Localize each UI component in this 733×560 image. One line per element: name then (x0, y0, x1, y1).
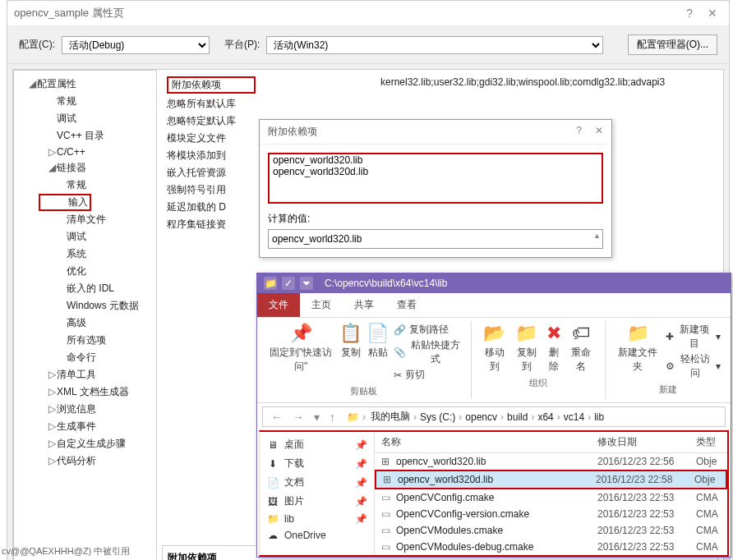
explorer-title-bar[interactable]: 📁 ✓ ⏷ C:\opencv\build\x64\vc14\lib (257, 273, 731, 293)
tree-item[interactable]: 嵌入的 IDL (39, 280, 153, 297)
nav-up-icon[interactable]: ↑ (326, 411, 339, 424)
file-row[interactable]: ▭OpenCVConfig-version.cmake2016/12/23 22… (375, 506, 727, 522)
cut-button[interactable]: ✂剪切 (394, 368, 425, 382)
breadcrumb-crumb[interactable]: build (505, 411, 529, 423)
help-icon[interactable]: ? (686, 7, 693, 20)
tree-item[interactable]: 常规 (39, 93, 153, 110)
pin-button[interactable]: 📌固定到"快速访问" (267, 323, 334, 374)
dialog-help-icon[interactable]: ? (576, 125, 582, 139)
config-row: 配置(C): 活动(Debug) 平台(P): 活动(Win32) 配置管理器(… (7, 26, 729, 64)
tree-item-selected[interactable]: 输入 (39, 194, 91, 211)
window-controls: ? ✕ (686, 7, 722, 20)
overflow-icon[interactable]: ⏷ (300, 277, 313, 290)
tree-item[interactable]: ▷浏览信息 (39, 401, 153, 418)
tree-item[interactable]: 命令行 (39, 349, 153, 366)
nav-back-icon[interactable]: ← (268, 411, 286, 424)
dialog-title-bar: 附加依赖项 ? ✕ (260, 120, 611, 145)
title-bar: opencv_sample 属性页 ? ✕ (7, 1, 729, 26)
paste-button[interactable]: 📄粘贴 (366, 323, 389, 360)
tree-item[interactable]: 系统 (39, 246, 153, 263)
additional-deps-dialog: 附加依赖项 ? ✕ opencv_world320.lib opencv_wor… (259, 119, 612, 258)
file-list: 名称 修改日期 类型 ⊞opencv_world320.lib2016/12/2… (375, 432, 727, 555)
delete-button[interactable]: ✖删除 (545, 323, 563, 374)
tree-item[interactable]: ▷代码分析 (39, 452, 153, 470)
scroll-up-icon[interactable]: ▲ (593, 232, 601, 240)
moveto-button[interactable]: 📂移动到 (482, 323, 509, 374)
breadcrumb-crumb[interactable]: vc14 (562, 411, 586, 423)
breadcrumb-crumb[interactable]: x64 (536, 411, 555, 423)
file-row[interactable]: ⊞opencv_world320.lib2016/12/23 22:56Obje (375, 453, 727, 470)
ribbon-group-organize: 📂移动到 📁复制到 ✖删除 🏷重命名 组织 (472, 321, 606, 399)
rename-button[interactable]: 🏷重命名 (568, 323, 595, 374)
explorer-menu: 文件主页共享查看 (257, 293, 731, 318)
file-row[interactable]: ⊞opencv_world320d.lib2016/12/23 22:58Obj… (375, 470, 727, 489)
window-title: opencv_sample 属性页 (14, 6, 124, 21)
menu-item-查看[interactable]: 查看 (385, 293, 428, 317)
easy-access-button[interactable]: ⚙轻松访问 ▾ (666, 352, 721, 380)
tree-item[interactable]: 调试 (39, 228, 153, 246)
tree-item[interactable]: VC++ 目录 (39, 127, 153, 145)
tree-item[interactable]: 清单文件 (39, 211, 153, 228)
tree-item[interactable]: ▷清单工具 (39, 366, 153, 383)
tree-item[interactable]: 优化 (39, 263, 153, 280)
tree-root[interactable]: ◢配置属性 (29, 76, 153, 93)
explorer-body: 🖥桌面📌⬇下载📌📄文档📌🖼图片📌📁lib📌☁OneDrive 名称 修改日期 类… (259, 430, 729, 557)
menu-item-主页[interactable]: 主页 (300, 293, 343, 317)
breadcrumb-crumb[interactable]: opencv (463, 411, 499, 423)
new-item-button[interactable]: ✚新建项目 ▾ (666, 323, 721, 351)
file-explorer-window: 📁 ✓ ⏷ C:\opencv\build\x64\vc14\lib 文件主页共… (256, 273, 731, 558)
sidebar-item[interactable]: ☁OneDrive (265, 527, 369, 544)
copy-button[interactable]: 📋复制 (339, 323, 362, 360)
breadcrumb-crumb[interactable]: Sys (C:) (418, 411, 457, 423)
copy-path-button[interactable]: 🔗复制路径 (394, 323, 449, 337)
file-row[interactable]: ▭OpenCVModules-debug.cmake2016/12/23 22:… (375, 539, 727, 555)
folder-icon: 📁 (347, 411, 359, 423)
menu-item-文件[interactable]: 文件 (257, 293, 300, 317)
file-list-header[interactable]: 名称 修改日期 类型 (375, 432, 727, 453)
dialog-close-icon[interactable]: ✕ (595, 125, 603, 139)
explorer-path: C:\opencv\build\x64\vc14\lib (325, 278, 447, 289)
config-label: 配置(C): (19, 38, 55, 52)
config-manager-button[interactable]: 配置管理器(O)... (628, 34, 717, 55)
file-row[interactable]: ▭OpenCVModules.cmake2016/12/23 22:53CMA (375, 522, 727, 539)
sidebar-item[interactable]: 📄文档📌 (265, 473, 369, 492)
sidebar-item[interactable]: 🖼图片📌 (265, 492, 369, 511)
property-row[interactable]: 忽略所有默认库 (162, 95, 718, 112)
sidebar-item[interactable]: 🖥桌面📌 (265, 435, 369, 454)
close-icon[interactable]: ✕ (708, 7, 717, 20)
tree-item[interactable]: 所有选项 (39, 332, 153, 349)
breadcrumb-crumb[interactable]: lib (592, 411, 606, 423)
tree-item[interactable]: ▷生成事件 (39, 418, 153, 435)
tree-item[interactable]: 调试 (39, 110, 153, 127)
platform-label: 平台(P): (224, 38, 260, 52)
menu-item-共享[interactable]: 共享 (343, 293, 385, 317)
property-row[interactable]: 附加依赖项kernel32.lib;user32.lib;gdi32.lib;w… (162, 75, 718, 95)
sidebar-item[interactable]: 📁lib📌 (265, 511, 369, 527)
config-select[interactable]: 活动(Debug) (62, 36, 210, 54)
tree-item[interactable]: Windows 元数据 (39, 297, 153, 314)
deps-textbox[interactable]: opencv_world320.lib opencv_world320d.lib (268, 153, 603, 204)
paste-shortcut-button[interactable]: 📎粘贴快捷方式 (394, 338, 460, 366)
sidebar-item[interactable]: ⬇下载📌 (265, 454, 369, 473)
checked-folder-icon[interactable]: ✓ (282, 277, 295, 290)
tree-item[interactable]: ▷C/C++ (39, 145, 153, 159)
tree-item[interactable]: ▷XML 文档生成器 (39, 383, 153, 401)
explorer-sidebar: 🖥桌面📌⬇下载📌📄文档📌🖼图片📌📁lib📌☁OneDrive (260, 432, 375, 555)
folder-icon[interactable]: 📁 (264, 277, 277, 290)
ribbon-group-clipboard: 📌固定到"快速访问" 📋复制 📄粘贴 🔗复制路径 📎粘贴快捷方式 ✂剪切 剪贴板 (257, 321, 472, 399)
calculated-label: 计算的值: (268, 212, 603, 226)
config-tree[interactable]: ◢配置属性 常规调试VC++ 目录▷C/C++◢链接器常规输入清单文件调试系统优… (13, 70, 157, 560)
breadcrumb-crumb[interactable]: 我的电脑 (369, 410, 412, 424)
tree-item[interactable]: ◢链接器 (39, 159, 153, 177)
new-folder-button[interactable]: 📁新建文件夹 (615, 323, 661, 374)
copyto-button[interactable]: 📁复制到 (513, 323, 540, 374)
ribbon: 📌固定到"快速访问" 📋复制 📄粘贴 🔗复制路径 📎粘贴快捷方式 ✂剪切 剪贴板… (257, 318, 731, 403)
platform-select[interactable]: 活动(Win32) (266, 36, 603, 54)
nav-forward-icon[interactable]: → (289, 411, 307, 424)
nav-recent-icon[interactable]: ▾ (311, 411, 323, 424)
tree-item[interactable]: 常规 (39, 177, 153, 194)
tree-item[interactable]: ▷自定义生成步骤 (39, 435, 153, 452)
file-row[interactable]: ▭OpenCVConfig.cmake2016/12/23 22:53CMA (375, 489, 727, 506)
status-text: cv@@QAEXHHH@Z) 中被引用 (2, 545, 130, 558)
tree-item[interactable]: 高级 (39, 314, 153, 332)
